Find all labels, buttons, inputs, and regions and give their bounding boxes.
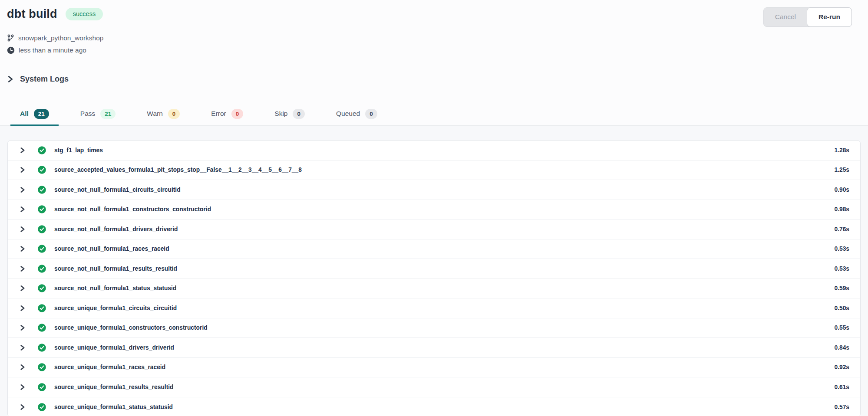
tab-count-badge: 0 — [168, 109, 180, 119]
result-duration: 1.28s — [834, 147, 849, 154]
expand-row-button[interactable] — [18, 226, 26, 233]
expand-row-button[interactable] — [18, 167, 26, 173]
result-duration: 0.50s — [834, 305, 849, 311]
expand-row-button[interactable] — [18, 285, 26, 292]
table-row[interactable]: source_unique_formula1_circuits_circuiti… — [8, 298, 860, 318]
result-name: source_not_null_formula1_circuits_circui… — [54, 187, 181, 193]
result-name: source_unique_formula1_constructors_cons… — [54, 324, 208, 331]
check-circle-icon — [38, 324, 46, 332]
check-circle-icon — [38, 344, 46, 352]
table-row[interactable]: source_not_null_formula1_drivers_driveri… — [8, 219, 860, 239]
result-duration: 0.92s — [834, 364, 849, 370]
check-circle-icon — [38, 245, 46, 253]
results-list: stg_f1_lap_times 1.28s source_accepted_v… — [7, 140, 861, 416]
expand-row-button[interactable] — [18, 305, 26, 311]
tab-label: Skip — [274, 110, 287, 118]
expand-row-button[interactable] — [18, 384, 26, 390]
cancel-button[interactable]: Cancel — [764, 8, 807, 26]
result-duration: 0.61s — [834, 384, 849, 390]
table-row[interactable]: source_not_null_formula1_status_statusid… — [8, 279, 860, 299]
time-ago: less than a minute ago — [19, 46, 86, 54]
git-branch-icon — [7, 34, 14, 42]
check-circle-icon — [38, 363, 46, 371]
result-duration: 0.55s — [834, 324, 849, 331]
chevron-right-icon — [7, 75, 13, 83]
tab-all[interactable]: All 21 — [10, 109, 59, 126]
chevron-right-icon — [20, 364, 25, 370]
table-row[interactable]: source_unique_formula1_status_statusid 0… — [8, 397, 860, 416]
check-circle-icon — [38, 146, 46, 154]
result-name: source_not_null_formula1_status_statusid — [54, 285, 176, 292]
tab-label: Pass — [80, 110, 95, 118]
result-name: source_not_null_formula1_constructors_co… — [54, 206, 211, 213]
run-meta: snowpark_python_workshop less than a min… — [0, 27, 868, 56]
chevron-right-icon — [20, 324, 25, 331]
expand-row-button[interactable] — [18, 206, 26, 213]
check-circle-icon — [38, 403, 46, 411]
table-row[interactable]: source_unique_formula1_races_raceid 0.92… — [8, 358, 860, 378]
expand-row-button[interactable] — [18, 246, 26, 252]
result-duration: 0.98s — [834, 206, 849, 213]
expand-row-button[interactable] — [18, 265, 26, 272]
clock-icon — [7, 46, 15, 54]
branch-name: snowpark_python_workshop — [18, 34, 103, 42]
chevron-right-icon — [20, 305, 25, 311]
table-row[interactable]: source_accepted_values_formula1_pit_stop… — [8, 161, 860, 180]
result-name: source_unique_formula1_status_statusid — [54, 404, 173, 410]
check-circle-icon — [38, 304, 46, 312]
check-circle-icon — [38, 186, 46, 194]
chevron-right-icon — [20, 187, 25, 193]
check-circle-icon — [38, 166, 46, 174]
table-row[interactable]: source_unique_formula1_constructors_cons… — [8, 318, 860, 338]
tab-count-badge: 0 — [365, 109, 377, 119]
tab-skip[interactable]: Skip 0 — [265, 109, 314, 126]
result-name: source_unique_formula1_circuits_circuiti… — [54, 305, 177, 311]
tab-label: Queued — [336, 110, 360, 118]
table-row[interactable]: source_unique_formula1_results_resultid … — [8, 377, 860, 397]
result-duration: 0.90s — [834, 187, 849, 193]
system-logs-toggle[interactable]: System Logs — [7, 75, 868, 84]
tab-warn[interactable]: Warn 0 — [137, 109, 189, 126]
result-name: source_unique_formula1_drivers_driverid — [54, 344, 174, 351]
result-duration: 0.57s — [834, 404, 849, 410]
result-name: source_not_null_formula1_races_raceid — [54, 246, 169, 252]
result-duration: 0.84s — [834, 344, 849, 351]
expand-row-button[interactable] — [18, 147, 26, 154]
chevron-right-icon — [20, 384, 25, 390]
expand-row-button[interactable] — [18, 364, 26, 370]
tab-error[interactable]: Error 0 — [201, 109, 253, 126]
table-row[interactable]: source_not_null_formula1_constructors_co… — [8, 200, 860, 220]
table-row[interactable]: source_not_null_formula1_results_resulti… — [8, 259, 860, 279]
chevron-right-icon — [20, 265, 25, 272]
result-name: source_accepted_values_formula1_pit_stop… — [54, 167, 302, 173]
chevron-right-icon — [20, 226, 25, 233]
page-title: dbt build — [7, 7, 57, 21]
result-duration: 0.59s — [834, 285, 849, 292]
result-duration: 1.25s — [834, 167, 849, 173]
result-name: stg_f1_lap_times — [54, 147, 103, 154]
check-circle-icon — [38, 225, 46, 233]
tab-count-badge: 0 — [293, 109, 305, 119]
expand-row-button[interactable] — [18, 324, 26, 331]
result-name: source_not_null_formula1_drivers_driveri… — [54, 226, 178, 233]
table-row[interactable]: source_not_null_formula1_circuits_circui… — [8, 180, 860, 200]
table-row[interactable]: source_not_null_formula1_races_raceid 0.… — [8, 239, 860, 259]
check-circle-icon — [38, 205, 46, 213]
table-row[interactable]: source_unique_formula1_drivers_driverid … — [8, 338, 860, 358]
tab-queued[interactable]: Queued 0 — [327, 109, 387, 126]
tab-count-badge: 21 — [100, 109, 116, 119]
check-circle-icon — [38, 284, 46, 292]
expand-row-button[interactable] — [18, 187, 26, 193]
tab-count-badge: 0 — [231, 109, 244, 119]
chevron-right-icon — [20, 147, 25, 154]
rerun-button[interactable]: Re-run — [807, 7, 852, 27]
chevron-right-icon — [20, 285, 25, 292]
expand-row-button[interactable] — [18, 344, 26, 351]
chevron-right-icon — [20, 246, 25, 252]
expand-row-button[interactable] — [18, 404, 26, 410]
table-row[interactable]: stg_f1_lap_times 1.28s — [8, 141, 860, 161]
tab-count-badge: 21 — [34, 109, 49, 119]
result-name: source_unique_formula1_results_resultid — [54, 384, 174, 390]
tab-pass[interactable]: Pass 21 — [71, 109, 125, 126]
result-duration: 0.53s — [834, 246, 849, 252]
